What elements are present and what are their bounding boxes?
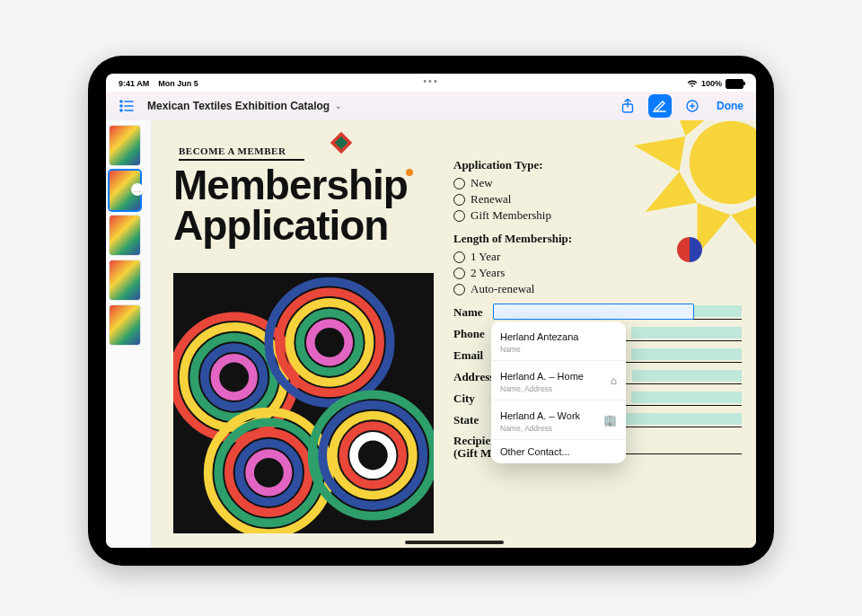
radio-option[interactable]: Renewal <box>453 192 742 207</box>
headline-line2: Application <box>173 206 413 246</box>
field-label: City <box>453 392 493 406</box>
autofill-sub: Name <box>500 345 578 354</box>
radio-icon <box>453 251 465 263</box>
autofill-other[interactable]: Other Contact... <box>491 440 626 463</box>
field-label: Address <box>453 370 494 384</box>
page-headline: Membership Application <box>173 165 413 246</box>
section-label: Length of Membership: <box>453 232 742 246</box>
autofill-sub: Name, Address <box>500 424 580 433</box>
eyebrow-heading: BECOME A MEMBER <box>179 145 304 161</box>
field-label: Phone <box>453 327 493 341</box>
autofill-title: Herland A. – Work <box>500 410 580 421</box>
field-line[interactable] <box>626 414 743 427</box>
share-icon[interactable] <box>616 94 639 118</box>
radio-option[interactable]: 1 Year <box>453 250 742 264</box>
page-thumb[interactable] <box>110 216 140 255</box>
accent-dot <box>406 169 413 176</box>
autofill-popover: Herland AntezanaName Herland A. – HomeNa… <box>491 321 626 463</box>
radio-icon <box>453 210 465 222</box>
ipad-frame: ••• 9:41 AM Mon Jun 5 100% Mexican Texti… <box>88 56 774 566</box>
page-thumb[interactable] <box>110 260 140 300</box>
page-thumb[interactable]: … <box>110 171 140 210</box>
battery-percent: 100% <box>701 79 722 88</box>
textile-art <box>173 273 434 533</box>
status-date: Mon Jun 5 <box>158 79 198 88</box>
svg-point-4 <box>120 110 122 111</box>
autofill-title: Herland A. – Home <box>500 371 584 382</box>
autofill-item[interactable]: Herland A. – WorkName, Address 🏢 <box>491 400 626 440</box>
document-page: BECOME A MEMBER Membership Application <box>152 120 756 548</box>
diamond-graphic <box>330 131 353 154</box>
svg-point-2 <box>120 105 122 107</box>
comment-indicator-icon: … <box>131 183 144 196</box>
building-icon: 🏢 <box>603 414 617 427</box>
autofill-title: Herland Antezana <box>500 331 578 342</box>
status-time: 9:41 AM <box>119 79 149 88</box>
radio-icon <box>453 178 465 189</box>
autofill-item[interactable]: Herland A. – HomeName, Address ⌂ <box>491 361 626 400</box>
field-label: Email <box>453 348 493 363</box>
page-thumb[interactable] <box>110 126 140 165</box>
chevron-down-icon: ⌄ <box>335 101 342 110</box>
svg-point-0 <box>120 101 122 102</box>
radio-icon <box>453 194 465 206</box>
markup-icon[interactable] <box>648 94 672 118</box>
radio-icon <box>453 284 465 295</box>
screen: ••• 9:41 AM Mon Jun 5 100% Mexican Texti… <box>106 74 756 548</box>
wifi-icon <box>687 80 698 88</box>
radio-option[interactable]: Auto-renewal <box>453 282 742 296</box>
radio-icon <box>453 268 465 279</box>
thumbnail-sidebar[interactable]: … <box>106 120 152 548</box>
sidebar-toggle-icon[interactable] <box>115 94 138 118</box>
field-label: Name <box>453 305 493 320</box>
name-input-active[interactable] <box>493 304 694 320</box>
home-icon: ⌂ <box>611 374 617 387</box>
radio-option[interactable]: New <box>453 176 742 190</box>
autofill-title: Other Contact... <box>500 446 570 457</box>
autofill-sub: Name, Address <box>500 384 584 393</box>
done-button[interactable]: Done <box>713 100 747 112</box>
home-indicator[interactable] <box>405 541 504 544</box>
field-label: State <box>453 413 493 427</box>
battery-icon <box>726 79 743 89</box>
radio-option[interactable]: 2 Years <box>453 266 742 280</box>
autofill-item[interactable]: Herland AntezanaName <box>491 321 626 361</box>
multitask-dots[interactable]: ••• <box>423 75 439 86</box>
search-page-icon[interactable] <box>681 94 704 118</box>
document-title[interactable]: Mexican Textiles Exhibition Catalog ⌄ <box>147 100 342 112</box>
section-label: Application Type: <box>453 158 742 172</box>
radio-option[interactable]: Gift Membership <box>453 208 742 223</box>
page-thumb[interactable] <box>110 305 140 345</box>
document-title-text: Mexican Textiles Exhibition Catalog <box>147 100 330 112</box>
toolbar: Mexican Textiles Exhibition Catalog ⌄ Do… <box>106 92 756 121</box>
